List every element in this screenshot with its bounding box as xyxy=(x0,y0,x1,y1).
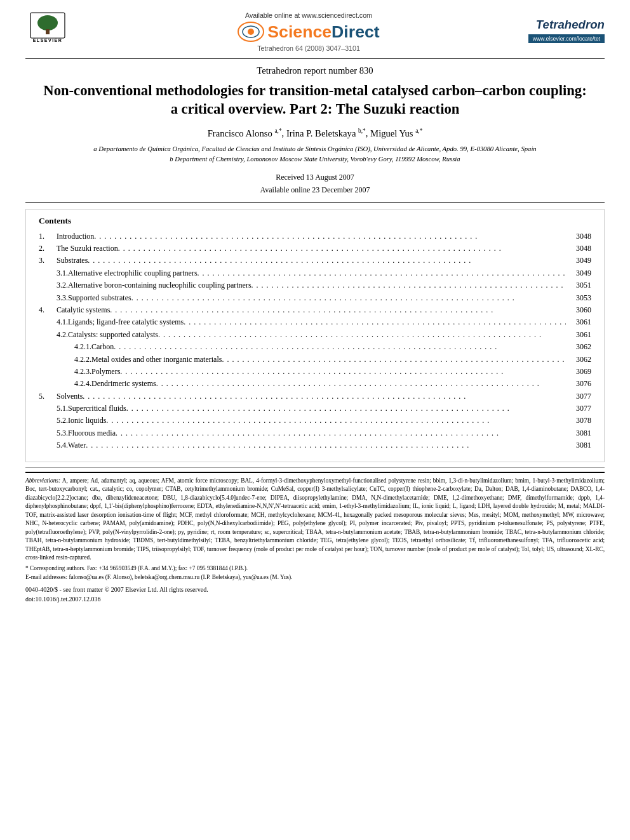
email-text: falonso@ua.es (F. Alonso), beletska@org.… xyxy=(69,574,292,580)
header-right: Tetrahedron www.elsevier.com/locate/tet xyxy=(528,11,605,43)
content-divider-top xyxy=(25,202,605,203)
toc-page: 3081 xyxy=(566,428,591,439)
toc-dots xyxy=(158,330,566,340)
toc-num: 5.3. xyxy=(39,428,68,439)
toc-num: 5.4. xyxy=(39,440,68,451)
toc-dots xyxy=(106,415,566,426)
toc-label: Substrates xyxy=(57,255,88,266)
footnote-divider xyxy=(25,467,605,468)
toc-label: Supercritical fluids xyxy=(68,403,126,414)
elsevier-logo-area: ELSEVIER xyxy=(25,11,89,46)
toc-page: 3061 xyxy=(566,330,591,340)
authors-text: Francisco Alonso a,*, Irina P. Beletskay… xyxy=(208,128,423,138)
toc-item: 5.1. Supercritical fluids 3077 xyxy=(39,403,591,414)
toc-dots xyxy=(116,428,566,439)
toc-item: 3. Substrates 3049 xyxy=(39,255,591,266)
toc-num: 4. xyxy=(39,305,57,316)
toc-page: 3078 xyxy=(566,415,591,426)
toc-page: 3077 xyxy=(566,391,591,402)
toc-item: 4.2.2. Metal oxides and other inorganic … xyxy=(39,354,591,365)
toc-label: Catalytic systems xyxy=(57,305,110,316)
toc-label: Alternative electrophilic coupling partn… xyxy=(68,268,198,279)
toc-page: 3049 xyxy=(566,255,591,266)
toc-item: 1. Introduction 3048 xyxy=(39,231,591,242)
toc-num: 4.2.2. xyxy=(39,354,91,365)
toc-dots xyxy=(156,378,566,389)
toc-dots xyxy=(131,293,566,303)
sciencedirect-brand: ScienceDirect xyxy=(267,22,379,42)
header-divider xyxy=(25,58,605,59)
toc-item: 4.2.4. Dendrimeric systems 3076 xyxy=(39,378,591,389)
sciencedirect-logo: ScienceDirect xyxy=(89,22,528,42)
toc-dots xyxy=(88,255,566,266)
elsevier-logo: ELSEVIER xyxy=(25,11,89,46)
toc-page: 3048 xyxy=(566,243,591,254)
toc-dots xyxy=(94,231,566,242)
toc-label: Polymers xyxy=(91,366,120,377)
abbreviations-label: Abbreviations: xyxy=(25,477,60,484)
toc-item: 3.2. Alternative boron-containing nucleo… xyxy=(39,280,591,291)
toc-dots xyxy=(86,440,566,451)
toc-item: 4.2. Catalysts: supported catalysts 3061 xyxy=(39,330,591,340)
toc-page: 3061 xyxy=(566,317,591,328)
affiliation-b: b Department of Chemistry, Lomonosov Mos… xyxy=(51,154,579,164)
toc-num: 5. xyxy=(39,391,57,402)
toc-item: 5.4. Water 3081 xyxy=(39,440,591,451)
toc-page: 3081 xyxy=(566,440,591,451)
elsevier-tree-icon: ELSEVIER xyxy=(25,11,70,46)
toc-dots xyxy=(198,268,566,279)
toc-item: 4.1. Ligands; ligand-free catalytic syst… xyxy=(39,317,591,328)
svg-point-1 xyxy=(37,15,58,30)
toc-page: 3060 xyxy=(566,305,591,316)
page: ELSEVIER Available online at www.science… xyxy=(0,0,630,840)
abbreviations-content: A, ampere; Ad, adamantyl; aq, aqueous; A… xyxy=(25,477,605,561)
toc-label: Ionic liquids xyxy=(68,415,106,426)
copyright-text: 0040-4020/$ - see front matter © 2007 El… xyxy=(25,585,605,594)
toc-dots xyxy=(83,391,566,402)
received-info: Received 13 August 2007 Available online… xyxy=(0,171,630,197)
toc-num: 4.2.3. xyxy=(39,366,91,377)
toc-container: 1. Introduction 3048 2. The Suzuki react… xyxy=(39,231,591,451)
affiliation-a: a Departamento de Química Orgánica, Facu… xyxy=(51,144,579,154)
received-label: Received 13 August 2007 xyxy=(0,171,630,183)
report-number: Tetrahedron report number 830 xyxy=(0,65,630,76)
toc-num: 5.1. xyxy=(39,403,68,414)
toc-label: Dendrimeric systems xyxy=(91,378,156,389)
toc-label: Ligands; ligand-free catalytic systems xyxy=(68,317,184,328)
toc-item: 5.2. Ionic liquids 3078 xyxy=(39,415,591,426)
toc-page: 3076 xyxy=(566,378,591,389)
toc-label: Solvents xyxy=(57,391,83,402)
header-center: Available online at www.sciencedirect.co… xyxy=(89,11,528,52)
toc-label: Catalysts: supported catalysts xyxy=(68,330,158,340)
toc-item: 4.2.3. Polymers 3069 xyxy=(39,366,591,377)
toc-item: 5. Solvents 3077 xyxy=(39,391,591,402)
svg-text:ELSEVIER: ELSEVIER xyxy=(33,38,63,43)
contents-box: Contents 1. Introduction 3048 2. The Suz… xyxy=(25,209,605,462)
toc-num: 4.2.4. xyxy=(39,378,91,389)
toc-dots xyxy=(114,342,566,352)
toc-item: 4. Catalytic systems 3060 xyxy=(39,305,591,316)
toc-num: 3. xyxy=(39,255,57,266)
sd-icon xyxy=(238,22,264,42)
toc-label: Supported substrates xyxy=(68,293,131,303)
toc-num: 1. xyxy=(39,231,57,242)
toc-dots xyxy=(120,366,566,377)
doi-text: doi:10.1016/j.tet.2007.12.036 xyxy=(25,594,605,604)
toc-label: Metal oxides and other inorganic materia… xyxy=(91,354,222,365)
toc-page: 3051 xyxy=(566,280,591,291)
toc-page: 3062 xyxy=(566,342,591,352)
email-label: E-mail addresses: xyxy=(25,574,67,580)
authors-line: Francisco Alonso a,*, Irina P. Beletskay… xyxy=(0,128,630,139)
footnotes-area: Abbreviations: A, ampere; Ad, adamantyl;… xyxy=(25,472,605,582)
journal-url: www.elsevier.com/locate/tet xyxy=(528,34,605,43)
toc-item: 3.1. Alternative electrophilic coupling … xyxy=(39,268,591,279)
bottom-info: 0040-4020/$ - see front matter © 2007 El… xyxy=(25,585,605,604)
journal-name: Tetrahedron xyxy=(528,18,605,32)
toc-label: Carbon xyxy=(91,342,114,352)
main-title: Non-conventional methodologies for trans… xyxy=(38,81,592,119)
toc-num: 3.3. xyxy=(39,293,68,303)
toc-dots xyxy=(126,403,566,414)
toc-num: 3.2. xyxy=(39,280,68,291)
toc-label: Alternative boron-containing nucleophili… xyxy=(68,280,251,291)
toc-page: 3049 xyxy=(566,268,591,279)
